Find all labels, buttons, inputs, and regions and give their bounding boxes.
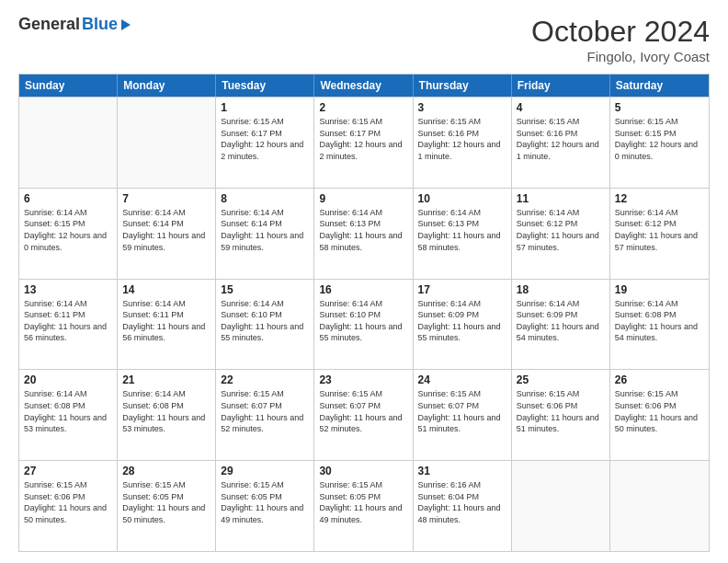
daylight-text: Daylight: 11 hours and 51 minutes. — [517, 412, 605, 435]
calendar-cell: 7Sunrise: 6:14 AMSunset: 6:14 PMDaylight… — [118, 189, 216, 279]
page: General Blue October 2024 Fingolo, Ivory… — [0, 0, 728, 563]
header: General Blue October 2024 Fingolo, Ivory… — [18, 15, 710, 64]
sunrise-text: Sunrise: 6:14 AM — [24, 388, 112, 400]
sunrise-text: Sunrise: 6:14 AM — [418, 298, 506, 310]
sunset-text: Sunset: 6:17 PM — [221, 128, 309, 140]
calendar-cell: 23Sunrise: 6:15 AMSunset: 6:07 PMDayligh… — [314, 370, 413, 460]
sunset-text: Sunset: 6:04 PM — [418, 491, 506, 503]
sunrise-text: Sunrise: 6:15 AM — [319, 479, 407, 491]
calendar-cell: 11Sunrise: 6:14 AMSunset: 6:12 PMDayligh… — [512, 189, 610, 279]
daylight-text: Daylight: 11 hours and 50 minutes. — [615, 412, 704, 435]
calendar-cell — [19, 98, 118, 188]
calendar-cell: 30Sunrise: 6:15 AMSunset: 6:05 PMDayligh… — [314, 461, 413, 551]
sunrise-text: Sunrise: 6:15 AM — [517, 116, 605, 128]
daylight-text: Daylight: 11 hours and 57 minutes. — [517, 230, 605, 253]
sunset-text: Sunset: 6:10 PM — [221, 309, 309, 321]
sunrise-text: Sunrise: 6:15 AM — [221, 479, 309, 491]
calendar-cell: 1Sunrise: 6:15 AMSunset: 6:17 PMDaylight… — [216, 98, 314, 188]
sunrise-text: Sunrise: 6:15 AM — [517, 388, 605, 400]
sunrise-text: Sunrise: 6:15 AM — [24, 479, 112, 491]
sunrise-text: Sunrise: 6:15 AM — [615, 116, 704, 128]
day-number: 26 — [615, 373, 704, 386]
daylight-text: Daylight: 11 hours and 50 minutes. — [122, 502, 210, 525]
sunrise-text: Sunrise: 6:14 AM — [319, 207, 407, 219]
sunrise-text: Sunrise: 6:14 AM — [122, 207, 210, 219]
day-number: 11 — [517, 192, 605, 205]
sunset-text: Sunset: 6:17 PM — [319, 128, 407, 140]
day-number: 5 — [615, 101, 704, 114]
sunset-text: Sunset: 6:08 PM — [615, 309, 704, 321]
day-number: 30 — [319, 465, 407, 477]
calendar-cell: 12Sunrise: 6:14 AMSunset: 6:12 PMDayligh… — [610, 189, 709, 279]
calendar-cell: 4Sunrise: 6:15 AMSunset: 6:16 PMDaylight… — [512, 98, 610, 188]
daylight-text: Daylight: 12 hours and 2 minutes. — [319, 139, 407, 162]
sunset-text: Sunset: 6:14 PM — [122, 218, 210, 230]
calendar-cell: 22Sunrise: 6:15 AMSunset: 6:07 PMDayligh… — [216, 370, 314, 460]
sunset-text: Sunset: 6:09 PM — [418, 309, 506, 321]
weekday-header: Tuesday — [216, 75, 314, 97]
calendar-cell: 6Sunrise: 6:14 AMSunset: 6:15 PMDaylight… — [19, 189, 118, 279]
daylight-text: Daylight: 11 hours and 56 minutes. — [122, 321, 210, 344]
calendar-cell: 20Sunrise: 6:14 AMSunset: 6:08 PMDayligh… — [19, 370, 118, 460]
day-number: 17 — [418, 283, 506, 296]
sunrise-text: Sunrise: 6:15 AM — [319, 388, 407, 400]
location-subtitle: Fingolo, Ivory Coast — [531, 49, 710, 64]
sunrise-text: Sunrise: 6:14 AM — [221, 298, 309, 310]
calendar-cell — [118, 98, 216, 188]
day-number: 10 — [418, 192, 506, 205]
sunrise-text: Sunrise: 6:15 AM — [221, 116, 309, 128]
calendar-row: 20Sunrise: 6:14 AMSunset: 6:08 PMDayligh… — [19, 369, 709, 460]
day-number: 6 — [24, 192, 112, 205]
day-number: 22 — [221, 373, 309, 386]
sunset-text: Sunset: 6:06 PM — [24, 491, 112, 503]
sunset-text: Sunset: 6:05 PM — [319, 491, 407, 503]
calendar-cell: 29Sunrise: 6:15 AMSunset: 6:05 PMDayligh… — [216, 461, 314, 551]
sunset-text: Sunset: 6:15 PM — [615, 128, 704, 140]
daylight-text: Daylight: 11 hours and 48 minutes. — [418, 502, 506, 525]
daylight-text: Daylight: 11 hours and 59 minutes. — [122, 230, 210, 253]
sunset-text: Sunset: 6:16 PM — [418, 128, 506, 140]
sunset-text: Sunset: 6:14 PM — [221, 218, 309, 230]
calendar-cell: 3Sunrise: 6:15 AMSunset: 6:16 PMDaylight… — [414, 98, 512, 188]
calendar-cell: 27Sunrise: 6:15 AMSunset: 6:06 PMDayligh… — [19, 461, 118, 551]
calendar-row: 27Sunrise: 6:15 AMSunset: 6:06 PMDayligh… — [19, 460, 709, 551]
day-number: 20 — [24, 373, 112, 386]
daylight-text: Daylight: 11 hours and 55 minutes. — [418, 321, 506, 344]
calendar-cell: 28Sunrise: 6:15 AMSunset: 6:05 PMDayligh… — [118, 461, 216, 551]
sunrise-text: Sunrise: 6:14 AM — [221, 207, 309, 219]
day-number: 21 — [122, 373, 210, 386]
calendar-cell: 14Sunrise: 6:14 AMSunset: 6:11 PMDayligh… — [118, 280, 216, 370]
day-number: 19 — [615, 283, 704, 296]
daylight-text: Daylight: 12 hours and 1 minute. — [517, 139, 605, 162]
logo-arrow-icon — [121, 19, 131, 30]
day-number: 12 — [615, 192, 704, 205]
logo-blue: Blue — [82, 15, 118, 34]
day-number: 3 — [418, 101, 506, 114]
sunrise-text: Sunrise: 6:14 AM — [319, 298, 407, 310]
daylight-text: Daylight: 11 hours and 49 minutes. — [319, 502, 407, 525]
sunrise-text: Sunrise: 6:14 AM — [122, 388, 210, 400]
sunrise-text: Sunrise: 6:14 AM — [24, 207, 112, 219]
sunrise-text: Sunrise: 6:15 AM — [418, 116, 506, 128]
sunset-text: Sunset: 6:05 PM — [122, 491, 210, 503]
calendar: SundayMondayTuesdayWednesdayThursdayFrid… — [18, 74, 710, 552]
daylight-text: Daylight: 11 hours and 49 minutes. — [221, 502, 309, 525]
sunrise-text: Sunrise: 6:14 AM — [24, 298, 112, 310]
calendar-cell: 24Sunrise: 6:15 AMSunset: 6:07 PMDayligh… — [414, 370, 512, 460]
calendar-body: 1Sunrise: 6:15 AMSunset: 6:17 PMDaylight… — [19, 97, 709, 551]
calendar-cell: 9Sunrise: 6:14 AMSunset: 6:13 PMDaylight… — [314, 189, 413, 279]
daylight-text: Daylight: 12 hours and 0 minutes. — [24, 230, 112, 253]
sunrise-text: Sunrise: 6:15 AM — [319, 116, 407, 128]
calendar-header: SundayMondayTuesdayWednesdayThursdayFrid… — [19, 75, 709, 97]
sunset-text: Sunset: 6:13 PM — [418, 218, 506, 230]
calendar-cell: 10Sunrise: 6:14 AMSunset: 6:13 PMDayligh… — [414, 189, 512, 279]
weekday-header: Wednesday — [314, 75, 413, 97]
logo: General Blue — [18, 15, 131, 34]
sunrise-text: Sunrise: 6:15 AM — [615, 388, 704, 400]
daylight-text: Daylight: 11 hours and 52 minutes. — [221, 412, 309, 435]
day-number: 28 — [122, 465, 210, 477]
calendar-cell: 19Sunrise: 6:14 AMSunset: 6:08 PMDayligh… — [610, 280, 709, 370]
calendar-cell: 16Sunrise: 6:14 AMSunset: 6:10 PMDayligh… — [314, 280, 413, 370]
day-number: 8 — [221, 192, 309, 205]
daylight-text: Daylight: 11 hours and 51 minutes. — [418, 412, 506, 435]
